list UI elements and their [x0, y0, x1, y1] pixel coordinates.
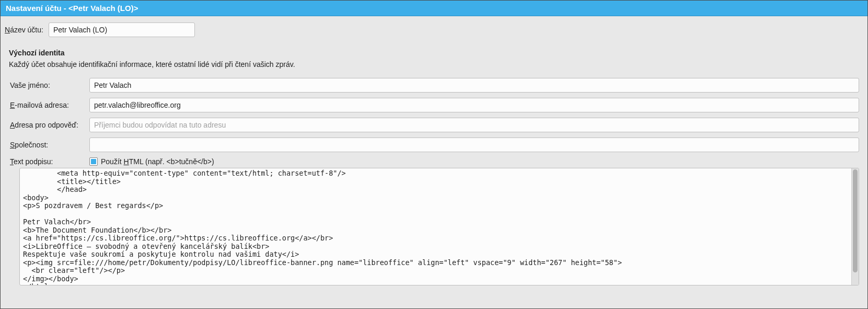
your-name-input[interactable] [89, 78, 859, 93]
signature-text-content[interactable]: <meta http-equiv="content-type" content=… [20, 168, 851, 285]
signature-textarea[interactable]: <meta http-equiv="content-type" content=… [19, 168, 859, 285]
scrollbar-vertical[interactable] [851, 168, 859, 285]
use-html-label: Použít HTML (např. <b>tučně</b>) [101, 157, 214, 166]
identity-form: Vaše jméno: E-mailová adresa: Adresa pro… [9, 78, 859, 166]
checkbox-checked-icon [91, 159, 96, 164]
account-name-label: Název účtu: [5, 26, 43, 34]
organization-input[interactable] [89, 138, 859, 152]
reply-to-label: Adresa pro odpověď: [9, 121, 82, 129]
reply-to-input[interactable] [89, 118, 859, 132]
signature-label: Text podpisu: [9, 157, 82, 166]
use-html-row: Použít HTML (např. <b>tučně</b>) [89, 157, 859, 166]
use-html-checkbox[interactable] [89, 157, 98, 166]
identity-description: Každý účet obsahuje identifikační inform… [9, 60, 863, 68]
account-name-row: Název účtu: [5, 22, 863, 37]
window-content: Název účtu: Výchozí identita Každý účet … [1, 16, 867, 285]
your-name-label: Vaše jméno: [9, 81, 82, 89]
account-name-input[interactable] [49, 22, 195, 37]
identity-heading: Výchozí identita [9, 49, 863, 57]
email-input[interactable] [89, 98, 859, 112]
email-label: E-mailová adresa: [9, 101, 82, 109]
settings-window: Nastavení účtu - <Petr Valach (LO)> Náze… [0, 0, 868, 309]
window-titlebar: Nastavení účtu - <Petr Valach (LO)> [1, 1, 867, 16]
scrollbar-thumb[interactable] [853, 169, 858, 272]
organization-label: Společnost: [9, 141, 82, 149]
